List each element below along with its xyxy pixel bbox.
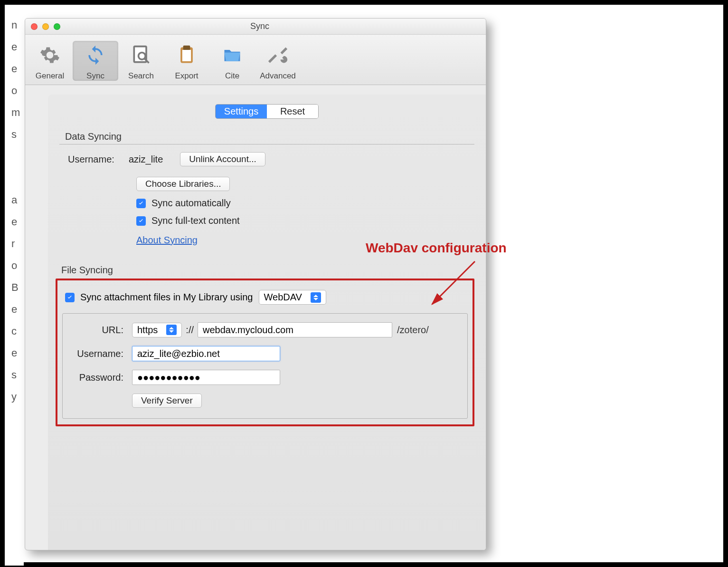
checkbox-label: Sync automatically [151,198,231,209]
section-heading-file-syncing: File Syncing [61,265,474,276]
annotation-label: WebDav configuration [366,240,507,256]
tab-advanced[interactable]: Advanced [255,41,301,81]
webdav-config-box: URL: https :// /zotero/ Username: Passwo… [62,313,468,419]
titlebar: Sync [25,19,486,35]
webdav-username-label: Username: [71,348,123,359]
checkbox-sync-attachments[interactable] [65,293,75,302]
username-label: Username: [68,154,129,165]
tab-general[interactable]: General [27,41,73,81]
clipboard-icon [164,41,209,69]
select-value: WebDAV [264,292,302,303]
webdav-highlight-box: Sync attachment files in My Library usin… [56,279,474,426]
tab-export[interactable]: Export [164,41,209,81]
tab-label: General [27,71,73,81]
webdav-url-input[interactable] [198,322,392,337]
tools-icon [255,41,301,69]
choose-libraries-button[interactable]: Choose Libraries... [136,177,230,191]
svg-rect-5 [182,50,191,61]
preferences-toolbar: General Sync Search Export Cite [25,35,486,85]
chevron-updown-icon [311,292,321,303]
protocol-separator: :// [186,325,194,336]
webdav-password-input[interactable] [132,370,280,385]
about-syncing-link[interactable]: About Syncing [136,235,198,246]
chevron-updown-icon [166,325,177,335]
sync-icon [73,41,118,69]
tab-label: Sync [73,71,118,81]
background-partial-text: neeoms aeroBecesy [5,14,24,566]
search-icon [118,41,164,69]
tab-search[interactable]: Search [118,41,164,81]
webdav-username-input[interactable] [132,346,280,361]
protocol-select[interactable]: https [132,323,182,337]
close-icon[interactable] [31,23,38,30]
checkbox-label: Sync full-text content [151,215,240,226]
preferences-window: Sync General Sync Search Export [25,18,486,550]
zoom-icon[interactable] [54,23,60,30]
tab-label: Export [164,71,209,81]
checkbox-sync-auto[interactable] [136,199,146,208]
verify-server-button[interactable]: Verify Server [132,394,202,408]
segmented-control[interactable]: Settings Reset [215,104,319,119]
svg-rect-4 [183,46,190,50]
folder-icon [209,41,255,69]
username-value: aziz_lite [129,154,163,165]
url-label: URL: [71,325,123,336]
unlink-account-button[interactable]: Unlink Account... [180,152,265,166]
tab-sync[interactable]: Sync [73,41,118,81]
window-controls[interactable] [31,23,60,30]
select-value: https [137,325,158,336]
url-suffix: /zotero/ [397,325,429,336]
tab-label: Search [118,71,164,81]
segment-reset[interactable]: Reset [267,105,318,118]
attach-label: Sync attachment files in My Library usin… [80,292,253,303]
tab-label: Cite [209,71,255,81]
sync-method-select[interactable]: WebDAV [259,290,326,305]
segment-settings[interactable]: Settings [216,105,267,118]
window-title: Sync [60,21,459,31]
section-heading-data-syncing: Data Syncing [65,131,474,142]
tab-label: Advanced [255,71,301,81]
tab-cite[interactable]: Cite [209,41,255,81]
divider [59,144,474,144]
webdav-password-label: Password: [71,372,123,383]
minimize-icon[interactable] [42,23,49,30]
settings-panel: Settings Reset Data Syncing Username: az… [48,95,486,550]
gear-icon [27,41,73,69]
checkbox-sync-fulltext[interactable] [136,216,146,226]
